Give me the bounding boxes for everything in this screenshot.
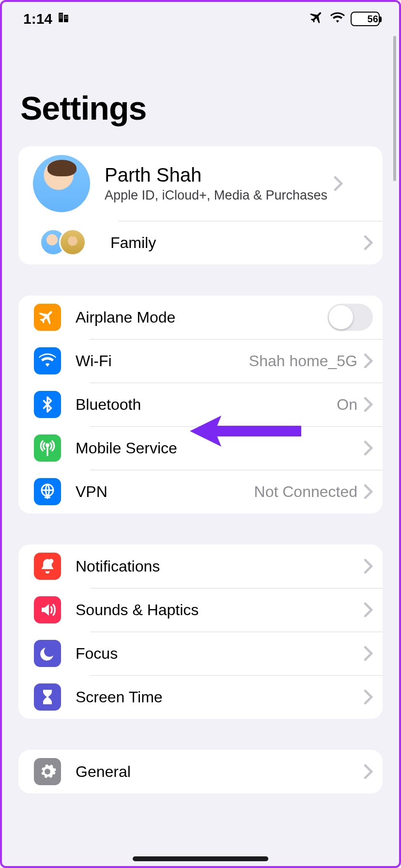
vpn-row[interactable]: VPN Not Connected [18,470,383,513]
general-row[interactable]: General [18,750,383,793]
screentime-row[interactable]: Screen Time [18,675,383,719]
wifi-icon [34,347,61,374]
svg-rect-1 [64,15,68,22]
chevron-right-icon [364,441,373,455]
status-bar: 1:14 56 [2,2,399,36]
bell-icon [34,553,61,580]
profile-name: Parth Shah [105,164,327,186]
status-left: 1:14 [23,11,70,27]
svg-rect-4 [60,16,61,17]
svg-rect-6 [60,17,61,18]
focus-row[interactable]: Focus [18,632,383,675]
apple-id-row[interactable]: Parth Shah Apple ID, iCloud+, Media & Pu… [18,146,383,221]
general-label: General [76,763,357,781]
general-group: General [18,750,383,793]
chevron-right-icon [364,559,373,574]
wifi-label: Wi-Fi [76,352,244,370]
speaker-icon [34,596,61,623]
airplane-mode-row[interactable]: Airplane Mode [18,295,383,339]
svg-point-12 [46,444,49,447]
svg-rect-5 [62,16,62,17]
system-group: Notifications Sounds & Haptics Focus Scr… [18,544,383,719]
profile-subtitle: Apple ID, iCloud+, Media & Purchases [105,188,327,203]
airplane-icon [34,304,61,331]
wifi-detail: Shah home_5G [244,352,357,370]
status-right: 56 [310,10,380,28]
chevron-right-icon [364,764,373,779]
bluetooth-row[interactable]: Bluetooth On [18,383,383,426]
mobile-label: Mobile Service [76,439,357,457]
airplane-label: Airplane Mode [76,309,327,326]
family-row[interactable]: Family [18,221,383,264]
chevron-right-icon [364,397,373,412]
profile-group: Parth Shah Apple ID, iCloud+, Media & Pu… [18,146,383,264]
chevron-right-icon [364,646,373,661]
focus-label: Focus [76,645,357,663]
sounds-label: Sounds & Haptics [76,601,357,619]
svg-rect-7 [62,17,62,18]
vpn-label: VPN [76,483,249,501]
moon-icon [34,640,61,667]
globe-icon [34,478,61,505]
chevron-right-icon [364,603,373,617]
clock: 1:14 [23,11,52,27]
chevron-right-icon [364,235,373,250]
vpn-detail: Not Connected [249,483,357,501]
bluetooth-icon [34,391,61,418]
battery-indicator: 56 [351,12,380,26]
svg-rect-9 [67,16,68,17]
svg-rect-8 [65,16,66,17]
svg-rect-10 [65,18,66,19]
svg-rect-2 [60,15,61,16]
svg-rect-3 [62,15,62,16]
mobile-service-row[interactable]: Mobile Service [18,426,383,470]
family-label: Family [110,234,357,252]
connectivity-group: Airplane Mode Wi-Fi Shah home_5G Bluetoo… [18,295,383,513]
antenna-icon [34,434,61,462]
gear-icon [34,758,61,785]
svg-rect-11 [67,18,68,19]
home-indicator[interactable] [133,856,268,861]
airplane-mode-status-icon [310,10,324,28]
chevron-right-icon [364,484,373,499]
sounds-row[interactable]: Sounds & Haptics [18,588,383,632]
wifi-row[interactable]: Wi-Fi Shah home_5G [18,339,383,383]
notifications-row[interactable]: Notifications [18,544,383,588]
family-avatars [40,229,93,257]
bluetooth-label: Bluetooth [76,396,332,414]
chevron-right-icon [364,690,373,704]
page-title: Settings [2,36,399,146]
airplane-toggle[interactable] [327,304,373,331]
notifications-label: Notifications [76,558,357,575]
battery-level: 56 [368,14,378,25]
bluetooth-detail: On [332,396,357,414]
chevron-right-icon [334,176,343,191]
screentime-label: Screen Time [76,688,357,706]
avatar [33,155,90,212]
building-icon [57,11,70,27]
hourglass-icon [34,683,61,711]
wifi-status-icon [330,11,345,27]
scrollbar[interactable] [393,36,396,181]
svg-rect-0 [59,13,63,22]
chevron-right-icon [364,354,373,368]
svg-point-14 [49,559,54,564]
